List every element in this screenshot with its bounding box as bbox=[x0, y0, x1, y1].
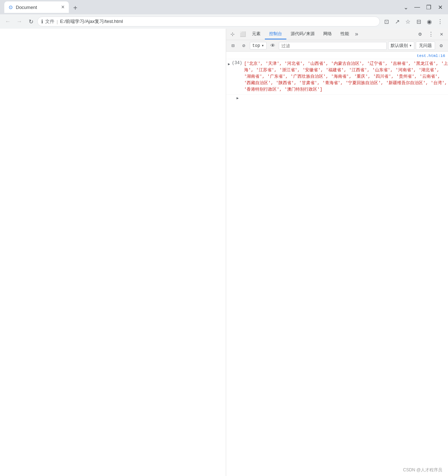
status-bar: CSDN @人才程序员 bbox=[403, 467, 442, 473]
close-button[interactable]: ✕ bbox=[435, 2, 445, 12]
tab-close-icon[interactable]: × bbox=[61, 4, 65, 10]
console-settings-icon[interactable]: ⚙ bbox=[437, 41, 446, 51]
console-sidebar-icon[interactable]: ⊟ bbox=[228, 41, 238, 51]
address-bar[interactable]: ℹ 文件 | E:/前端学习/Ajax复习/test.html bbox=[37, 16, 380, 27]
filter-input[interactable] bbox=[279, 42, 387, 50]
device-icon[interactable]: ⬜ bbox=[238, 29, 248, 39]
back-button[interactable]: ← bbox=[3, 16, 13, 27]
top-label: top bbox=[252, 43, 260, 48]
eye-icon[interactable]: 👁 bbox=[268, 41, 277, 51]
separator: | bbox=[57, 19, 58, 24]
minimize-button[interactable]: — bbox=[412, 2, 422, 12]
tab-bar: ⊙ Document × + bbox=[3, 1, 399, 13]
tab-favicon-icon: ⊙ bbox=[9, 4, 13, 10]
window-controls: ⌄ — ❐ ✕ bbox=[401, 2, 445, 12]
console-array-row: ▶ (34) ['北京', '天津', '河北省', '山西省', '内蒙古自治… bbox=[226, 59, 448, 95]
tab-sources[interactable]: 源代码/来源 bbox=[286, 29, 319, 39]
url-text: E:/前端学习/Ajax复习/test.html bbox=[60, 18, 123, 25]
refresh-button[interactable]: ↻ bbox=[26, 16, 36, 27]
console-output: test.html:16 ▶ (34) ['北京', '天津', '河北省', … bbox=[226, 52, 448, 476]
cursor-icon[interactable]: ⊹ bbox=[228, 29, 238, 39]
devtools-toolbar: ⊟ ⊘ top ▾ 👁 默认级别 ▾ 无问题 ⚙ bbox=[226, 40, 448, 52]
devtools-more-icon[interactable]: ⋮ bbox=[426, 29, 436, 39]
more-tabs-icon[interactable]: » bbox=[353, 31, 360, 38]
no-issues-label: 无问题 bbox=[419, 43, 432, 49]
expand-arrow-icon[interactable]: ▶ bbox=[226, 61, 232, 67]
chevron-down-icon[interactable]: ⌄ bbox=[401, 2, 411, 12]
translate-icon[interactable]: ⊡ bbox=[381, 16, 391, 27]
profile-icon[interactable]: ◉ bbox=[424, 16, 434, 27]
tab-console[interactable]: 控制台 bbox=[265, 29, 286, 39]
page-area bbox=[0, 29, 226, 476]
main-content: ⊹ ⬜ 元素 控制台 源代码/来源 网络 性能 » bbox=[0, 29, 448, 476]
tab-network[interactable]: 网络 bbox=[319, 29, 336, 39]
devtools-controls: ⚙ ⋮ ✕ bbox=[415, 29, 447, 39]
more-options-icon[interactable]: ⋮ bbox=[435, 16, 445, 27]
forward-button[interactable]: → bbox=[14, 16, 24, 27]
bookmark-icon[interactable]: ☆ bbox=[403, 16, 413, 27]
level-label: 默认级别 bbox=[391, 43, 408, 49]
author-label: CSDN @人才程序员 bbox=[403, 467, 442, 472]
devtools-panel: ⊹ ⬜ 元素 控制台 源代码/来源 网络 性能 » bbox=[226, 29, 448, 476]
browser-toolbar: ⊡ ↗ ☆ ⊟ ◉ ⋮ bbox=[381, 16, 445, 27]
console-next-row: ▶ bbox=[226, 95, 448, 102]
file-label: 文件 bbox=[45, 18, 54, 25]
clear-console-icon[interactable]: ⊘ bbox=[239, 41, 248, 51]
secure-icon: ℹ bbox=[41, 19, 43, 24]
restore-button[interactable]: ❐ bbox=[424, 2, 434, 12]
no-issues-button[interactable]: 无问题 bbox=[416, 42, 435, 50]
log-level-dropdown[interactable]: 默认级别 ▾ bbox=[388, 42, 414, 50]
tab-title: Document bbox=[16, 5, 58, 10]
array-count: (34) bbox=[232, 61, 243, 66]
title-bar: ⊙ Document × + ⌄ — ❐ ✕ bbox=[0, 0, 448, 14]
address-bar-row: ← → ↻ ℹ 文件 | E:/前端学习/Ajax复习/test.html ⊡ … bbox=[0, 14, 448, 29]
browser-window: ⊙ Document × + ⌄ — ❐ ✕ ← → ↻ ℹ 文件 | E:/前… bbox=[0, 0, 448, 476]
next-expand-icon[interactable]: ▶ bbox=[235, 95, 240, 101]
context-dropdown[interactable]: top ▾ bbox=[250, 42, 267, 49]
tab-elements[interactable]: 元素 bbox=[248, 29, 265, 39]
sidebar-icon[interactable]: ⊟ bbox=[414, 16, 424, 27]
share-icon[interactable]: ↗ bbox=[392, 16, 402, 27]
console-array-text: ['北京', '天津', '河北省', '山西省', '内蒙古自治区', '辽宁… bbox=[244, 61, 448, 93]
browser-tab[interactable]: ⊙ Document × bbox=[4, 1, 69, 13]
devtools-tab-bar: ⊹ ⬜ 元素 控制台 源代码/来源 网络 性能 » bbox=[226, 29, 448, 40]
new-tab-button[interactable]: + bbox=[70, 3, 80, 13]
tab-performance[interactable]: 性能 bbox=[336, 29, 353, 39]
devtools-settings-icon[interactable]: ⚙ bbox=[415, 29, 425, 39]
source-link[interactable]: test.html:16 bbox=[417, 54, 448, 58]
chevron-down-icon: ▾ bbox=[262, 43, 264, 48]
devtools-close-icon[interactable]: ✕ bbox=[437, 29, 447, 39]
chevron-down-icon: ▾ bbox=[409, 43, 412, 48]
console-row: test.html:16 bbox=[226, 53, 448, 59]
